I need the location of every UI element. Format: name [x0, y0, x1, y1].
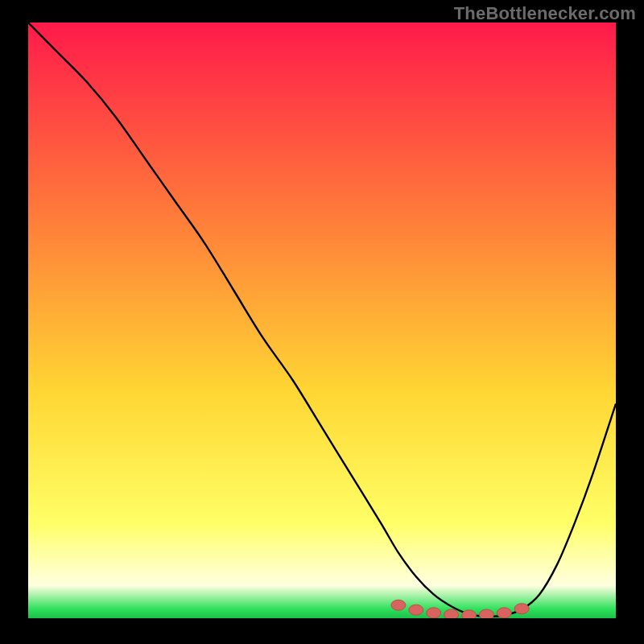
optimal-marker — [444, 609, 459, 618]
chart-stage: TheBottlenecker.com — [0, 0, 644, 644]
optimal-marker — [427, 608, 441, 618]
optimal-marker — [479, 609, 493, 618]
attribution-text: TheBottlenecker.com — [454, 3, 636, 24]
optimal-marker — [497, 608, 511, 618]
gradient-background — [28, 23, 616, 618]
optimal-marker — [409, 605, 423, 615]
optimal-marker — [514, 604, 529, 614]
optimal-marker — [462, 610, 477, 618]
chart-svg — [28, 23, 616, 618]
plot-area — [28, 23, 616, 618]
optimal-marker — [391, 600, 406, 610]
